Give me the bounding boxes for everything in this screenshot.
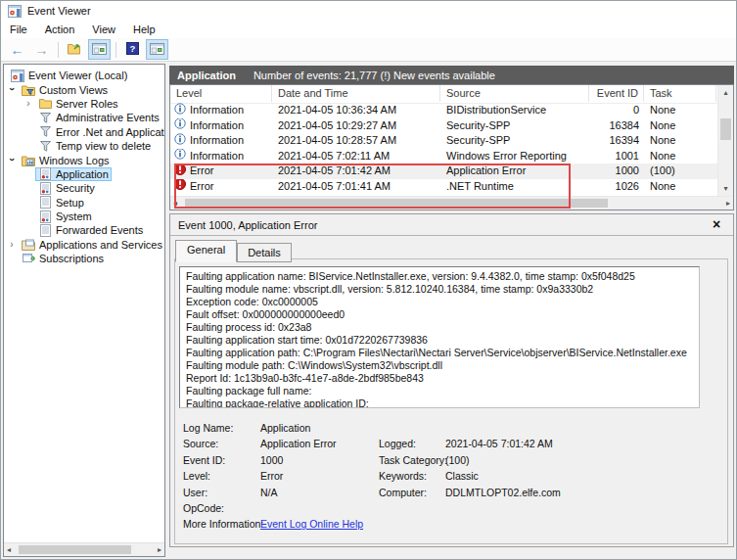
table-rows: Information2021-04-05 10:36:34 AMBIDistr…: [170, 103, 718, 194]
chevron-right-icon[interactable]: ›: [23, 98, 33, 110]
tree-item-label: Temp view to delete: [56, 140, 151, 152]
horizontal-scrollbar-thumb[interactable]: [185, 199, 608, 208]
events-table: LevelDate and TimeSourceEvent IDTask Cat…: [169, 84, 734, 210]
event-log-online-help-link[interactable]: Event Log Online Help: [260, 518, 363, 530]
tab-details[interactable]: Details: [237, 243, 292, 262]
source-cell: Application Error: [440, 163, 589, 179]
field-value: 2021-04-05 7:01:42 AM: [445, 438, 553, 449]
log-name: Application: [177, 70, 236, 81]
tree-item-content: Security: [35, 181, 98, 195]
event-detail-pane: Event 1000, Application Error × GeneralD…: [169, 213, 734, 547]
scroll-left-icon[interactable]: ◂: [7, 543, 11, 556]
field-value: Error: [260, 470, 283, 482]
tree-item-label: Subscriptions: [39, 253, 104, 264]
event-viewer-app-icon: [8, 5, 22, 18]
close-icon[interactable]: ×: [709, 216, 724, 232]
toolbar: ←→?: [1, 38, 736, 62]
horizontal-scrollbar[interactable]: ◂ ▸: [170, 196, 733, 210]
tree-item-content: Custom Views: [19, 83, 111, 97]
scroll-right-icon[interactable]: ▸: [158, 543, 161, 556]
menu-help[interactable]: Help: [124, 22, 164, 37]
date-cell: 2021-04-05 7:01:42 AM: [272, 163, 440, 179]
column-header-date-and-time[interactable]: Date and Time: [272, 85, 440, 102]
tree-item-error-net-and-application[interactable]: Error .Net and Application: [4, 125, 164, 139]
tree-item-security[interactable]: Security: [4, 181, 164, 195]
date-cell: 2021-04-05 10:29:27 AM: [272, 118, 440, 134]
back-button[interactable]: ←: [6, 39, 28, 60]
tree-item-administrative-events[interactable]: Administrative Events: [4, 111, 164, 124]
chevron-right-icon[interactable]: ›: [7, 239, 17, 251]
menu-file[interactable]: File: [1, 22, 36, 37]
show-action-pane-button[interactable]: [146, 39, 168, 60]
source-cell: Security-SPP: [440, 133, 589, 149]
log-plain-icon: [38, 224, 52, 237]
task-category-cell: (100): [644, 163, 716, 179]
date-cell: 2021-04-05 10:28:57 AM: [272, 133, 440, 149]
chevron-down-icon[interactable]: ›: [6, 155, 18, 164]
scroll-left-icon[interactable]: ◂: [173, 197, 177, 210]
table-row[interactable]: Information2021-04-05 10:36:34 AMBIDistr…: [170, 103, 718, 118]
menu-action[interactable]: Action: [36, 22, 84, 37]
forward-button[interactable]: →: [30, 39, 53, 60]
tree-item-subscriptions[interactable]: Subscriptions: [4, 252, 164, 265]
log-icon: [38, 182, 52, 195]
help-button[interactable]: ?: [121, 39, 144, 60]
tree-item-content: Error .Net and Application: [35, 125, 164, 139]
event-id-cell: 0: [589, 103, 644, 118]
field-label: Source:: [183, 438, 218, 449]
tree-item-forwarded-events[interactable]: Forwarded Events: [4, 223, 164, 237]
field-label: Event ID:: [183, 454, 225, 466]
tree-item-applications-and-services-log[interactable]: ›Applications and Services Log: [4, 238, 164, 252]
level-text: Information: [190, 118, 244, 134]
tree-item-setup[interactable]: Setup: [4, 196, 164, 210]
vertical-scrollbar-thumb[interactable]: [720, 118, 731, 140]
tree-item-windows-logs[interactable]: ›Windows Logs: [4, 153, 164, 166]
tab-general[interactable]: General: [175, 240, 237, 262]
description-line: Report Id: 1c13b9a0-b3fc-41e7-a8de-2bdf9…: [186, 372, 693, 385]
date-cell: 2021-04-05 7:01:41 AM: [272, 179, 440, 195]
tree-item-label: Setup: [56, 197, 84, 209]
table-row[interactable]: Information2021-04-05 10:28:57 AMSecurit…: [170, 133, 718, 149]
table-row[interactable]: Information2021-04-05 7:02:11 AMWindows …: [170, 149, 718, 164]
menu-view[interactable]: View: [83, 22, 124, 37]
tree-item-application[interactable]: Application: [4, 167, 164, 181]
tree-item-label: Windows Logs: [39, 155, 110, 166]
detail-title-bar: Event 1000, Application Error ×: [170, 214, 733, 236]
field-label: Keywords:: [379, 470, 427, 482]
show-console-tree-button[interactable]: [88, 39, 111, 60]
scroll-up-icon[interactable]: ▴: [718, 86, 733, 99]
tree-item-system[interactable]: System: [4, 210, 164, 223]
sidebar-scrollbar-thumb[interactable]: [19, 545, 131, 554]
tree-item-temp-view-to-delete[interactable]: Temp view to delete: [4, 139, 164, 153]
task-category-cell: None: [644, 149, 716, 164]
column-header-level[interactable]: Level: [170, 85, 272, 102]
table-row[interactable]: Error2021-04-05 7:01:42 AMApplication Er…: [170, 163, 718, 179]
event-viewer-icon: [11, 70, 24, 82]
column-header-task-category[interactable]: Task Category: [644, 85, 716, 102]
task-category-cell: None: [644, 133, 716, 149]
info-icon: [174, 103, 186, 118]
vertical-scrollbar[interactable]: ▴ ▾: [717, 85, 733, 196]
column-header-event-id[interactable]: Event ID: [589, 85, 644, 102]
tree-item-server-roles[interactable]: ›Server Roles: [4, 97, 164, 111]
sidebar-horizontal-scrollbar[interactable]: ◂ ▸: [4, 542, 164, 556]
app-window: Event Viewer FileActionViewHelp ←→? Even…: [0, 0, 737, 560]
column-header-source[interactable]: Source: [440, 85, 589, 102]
table-row[interactable]: Error2021-04-05 7:01:41 AM.NET Runtime10…: [170, 179, 718, 195]
scroll-right-icon[interactable]: ▸: [726, 197, 730, 210]
tree-item-event-viewer-local[interactable]: Event Viewer (Local): [4, 69, 164, 82]
export-button[interactable]: [64, 39, 86, 60]
level-text: Information: [190, 133, 244, 149]
filter-icon: [38, 141, 52, 152]
field-value: 1000: [260, 454, 283, 466]
error-icon: [174, 179, 186, 195]
scroll-down-icon[interactable]: ▾: [718, 182, 733, 195]
table-row[interactable]: Information2021-04-05 10:29:27 AMSecurit…: [170, 118, 718, 134]
tree-item-custom-views[interactable]: ›Custom Views: [4, 82, 164, 96]
chevron-down-icon[interactable]: ›: [6, 84, 18, 94]
tree-item-content: Administrative Events: [35, 111, 162, 124]
tree-item-content: Temp view to delete: [35, 139, 154, 153]
tree-item-label: Custom Views: [39, 84, 108, 96]
level-cell: Information: [170, 103, 272, 118]
date-cell: 2021-04-05 10:36:34 AM: [272, 103, 440, 118]
